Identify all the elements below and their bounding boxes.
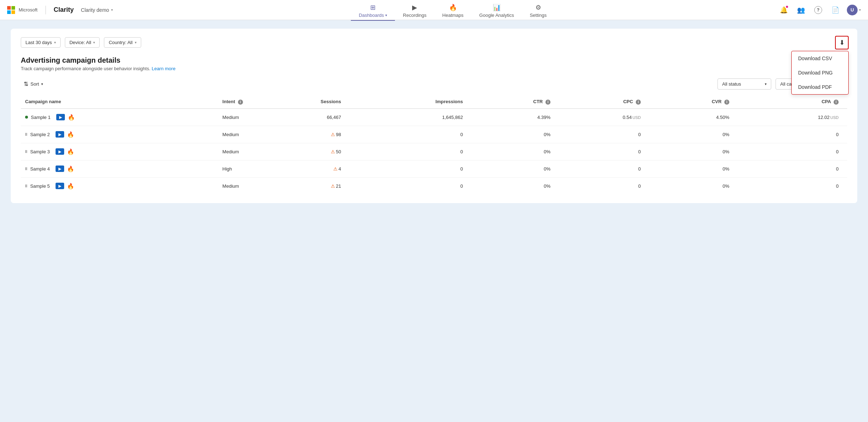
campaign-name-cell: Sample 1 ▶ 🔥 — [21, 109, 218, 126]
cpc-cell: 0 — [555, 177, 645, 195]
sessions-cell: 66,467 — [247, 109, 345, 126]
header: Microsoft Clarity Clarity demo ▾ ⊞ Dashb… — [0, 0, 868, 20]
header-divider — [46, 6, 46, 14]
logo: Microsoft Clarity — [7, 6, 74, 14]
nav-label-dashboards: Dashboards — [359, 13, 384, 18]
nav-label-heatmaps: Heatmaps — [442, 13, 463, 18]
help-button[interactable]: ? — [812, 4, 824, 16]
page-title: Advertising campaign details — [21, 56, 847, 64]
campaigns-table: Campaign name Intent i Sessions Impressi… — [21, 95, 847, 195]
fire-icon[interactable]: 🔥 — [67, 131, 74, 138]
status-pause-icon: II — [25, 149, 27, 154]
cpc-cell: 0 — [555, 143, 645, 160]
table-row: Sample 1 ▶ 🔥 Medium66,4671,645,8624.39%0… — [21, 109, 847, 126]
video-icon[interactable]: ▶ — [56, 166, 64, 172]
brand-name: Clarity — [54, 6, 74, 14]
cvr-cell: 0% — [645, 126, 734, 143]
notifications-button[interactable]: 🔔 — [778, 4, 790, 16]
project-selector[interactable]: Clarity demo ▾ — [81, 7, 113, 13]
video-icon[interactable]: ▶ — [56, 148, 64, 155]
video-icon[interactable]: ▶ — [56, 183, 64, 189]
col-impressions: Impressions — [345, 95, 467, 109]
cpa-value: 12.02 — [818, 115, 830, 120]
intent-cell: Medium — [218, 143, 247, 160]
table-controls: ⇅ Sort ▾ All status ▾ All campaigns ▾ — [21, 78, 847, 90]
intent-cell: Medium — [218, 126, 247, 143]
device-filter[interactable]: Device: All ▾ — [65, 37, 100, 48]
content-card: Last 30 days ▾ Device: All ▾ Country: Al… — [11, 29, 857, 203]
campaign-name: Sample 4 — [30, 166, 50, 172]
cpc-value: 0.54 — [623, 115, 632, 120]
col-intent: Intent i — [218, 95, 247, 109]
col-ctr: CTR i — [467, 95, 555, 109]
sort-icon: ⇅ — [24, 81, 28, 87]
nav-item-google-analytics[interactable]: 📊 Google Analytics — [471, 1, 522, 21]
share-button[interactable]: 👥 — [795, 4, 807, 16]
campaign-name: Sample 5 — [30, 183, 50, 189]
docs-icon: 📄 — [831, 6, 839, 14]
cpa-info-icon[interactable]: i — [834, 100, 839, 105]
fire-icon[interactable]: 🔥 — [67, 148, 74, 155]
download-pdf-button[interactable]: Download PDF — [792, 80, 848, 94]
sessions-value: 98 — [336, 132, 341, 137]
campaign-name-cell: II Sample 5 ▶ 🔥 — [21, 177, 218, 195]
country-filter[interactable]: Country: All ▾ — [104, 37, 141, 48]
ctr-cell: 0% — [467, 126, 555, 143]
col-sessions: Sessions — [247, 95, 345, 109]
user-menu[interactable]: U ▾ — [847, 5, 861, 15]
nav-label-settings: Settings — [530, 13, 547, 18]
col-cpc: CPC i — [555, 95, 645, 109]
campaign-name-cell: II Sample 2 ▶ 🔥 — [21, 126, 218, 143]
nav-item-recordings[interactable]: ▶ Recordings — [395, 1, 434, 21]
intent-cell: High — [218, 160, 247, 177]
table-row: II Sample 3 ▶ 🔥 Medium⚠5000%00%0 — [21, 143, 847, 160]
table-row: II Sample 5 ▶ 🔥 Medium⚠2100%00%0 — [21, 177, 847, 195]
date-filter-label: Last 30 days — [25, 40, 52, 45]
warning-icon: ⚠ — [331, 132, 335, 137]
sort-label: Sort — [30, 81, 39, 87]
cpa-cell: 0 — [734, 160, 847, 177]
cvr-info-icon[interactable]: i — [724, 100, 729, 105]
cpc-unit: USD — [633, 115, 641, 120]
col-campaign: Campaign name — [21, 95, 218, 109]
chevron-down-icon: ▾ — [41, 82, 43, 86]
docs-button[interactable]: 📄 — [830, 4, 841, 16]
ctr-cell: 0% — [467, 143, 555, 160]
nav-item-heatmaps[interactable]: 🔥 Heatmaps — [434, 1, 471, 21]
notification-badge — [785, 5, 789, 9]
main-nav: ⊞ Dashboards ▾ ▶ Recordings 🔥 Heatmaps 📊… — [127, 0, 778, 20]
date-filter[interactable]: Last 30 days ▾ — [21, 37, 61, 48]
cvr-cell: 0% — [645, 177, 734, 195]
cpc-cell: 0 — [555, 126, 645, 143]
download-png-button[interactable]: Download PNG — [792, 66, 848, 80]
sort-button[interactable]: ⇅ Sort ▾ — [21, 78, 46, 90]
status-filter[interactable]: All status ▾ — [717, 78, 771, 90]
chevron-down-icon: ▾ — [135, 40, 137, 44]
fire-icon[interactable]: 🔥 — [67, 183, 74, 190]
avatar: U — [847, 5, 858, 15]
fire-icon[interactable]: 🔥 — [67, 166, 74, 172]
download-csv-button[interactable]: Download CSV — [792, 51, 848, 66]
settings-icon: ⚙ — [535, 4, 541, 11]
ctr-info-icon[interactable]: i — [545, 100, 550, 105]
intent-info-icon[interactable]: i — [238, 100, 243, 105]
ctr-cell: 4.39% — [467, 109, 555, 126]
download-button[interactable]: ⬇ — [835, 36, 849, 49]
video-icon[interactable]: ▶ — [56, 114, 65, 120]
cvr-cell: 0% — [645, 143, 734, 160]
download-icon: ⬇ — [839, 39, 845, 47]
impressions-cell: 1,645,862 — [345, 109, 467, 126]
cpc-info-icon[interactable]: i — [636, 100, 641, 105]
impressions-cell: 0 — [345, 143, 467, 160]
fire-icon[interactable]: 🔥 — [68, 114, 75, 121]
help-icon: ? — [814, 6, 822, 14]
cpa-cell: 12.02USD — [734, 109, 847, 126]
nav-label-recordings: Recordings — [403, 13, 426, 18]
nav-item-settings[interactable]: ⚙ Settings — [522, 1, 554, 21]
nav-item-dashboards[interactable]: ⊞ Dashboards ▾ — [351, 1, 395, 21]
heatmaps-icon: 🔥 — [449, 4, 457, 11]
campaign-name-cell: II Sample 4 ▶ 🔥 — [21, 160, 218, 177]
learn-more-link[interactable]: Learn more — [152, 66, 175, 71]
video-icon[interactable]: ▶ — [56, 131, 64, 138]
cvr-cell: 0% — [645, 160, 734, 177]
